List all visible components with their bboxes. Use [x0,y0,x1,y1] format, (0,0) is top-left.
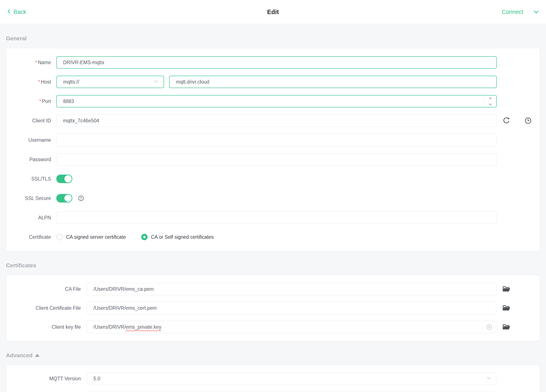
username-input[interactable] [56,134,497,146]
alpn-input[interactable] [56,212,497,224]
radio-ca-or-self-signed[interactable]: CA or Self signed certificates [141,234,214,240]
client-key-path-prefix: /Users/DRIVR/ [93,324,126,330]
topbar-divider [528,8,528,16]
client-cert-folder-icon[interactable] [502,304,510,312]
client-cert-file-row: Client Certificate File [6,302,540,314]
section-advanced-label: Advanced [6,352,32,359]
host-protocol-value: mqtts:// [63,79,79,85]
client-id-history-clock-icon[interactable] [524,117,532,124]
triangle-up-collapse-icon[interactable] [35,354,40,357]
host-input[interactable] [169,76,497,88]
page-title: Edit [267,8,279,16]
ssl-secure-row: SSL Secure [6,192,540,204]
clear-client-key-icon[interactable] [486,324,493,330]
client-key-filename: ems_private.key [126,324,161,330]
password-row: Password [6,153,540,166]
username-row: Username [6,134,540,146]
chevron-down-icon [153,78,159,85]
host-protocol-select[interactable]: mqtts:// [56,76,164,88]
client-key-file-label: Client key file [6,324,81,330]
ssl-secure-info-icon[interactable] [78,195,84,201]
ca-file-row: CA File [6,283,540,295]
back-button[interactable]: Back [6,8,26,16]
chevron-left-icon [6,8,12,16]
radio-selected-icon [141,234,148,240]
required-marker: * [35,60,37,65]
client-key-file-input[interactable]: /Users/DRIVR/ems_private.key [87,321,496,333]
section-certificates-label: Certificates [6,262,36,269]
client-cert-file-input[interactable] [87,302,496,314]
name-label: *Name [6,60,51,65]
host-row: *Host mqtts:// [6,76,540,88]
ssl-tls-toggle[interactable] [56,174,72,183]
port-label: *Port [6,98,51,104]
mqtt-version-value: 5.0 [93,376,100,382]
password-input[interactable] [56,153,497,166]
client-id-row: Client ID [6,115,540,127]
required-marker: * [39,98,41,104]
section-general: General [6,35,540,42]
name-row: *Name [6,56,540,69]
host-label: *Host [6,79,51,85]
certificates-card: CA File Client Certificate File [6,275,540,341]
client-cert-file-label: Client Certificate File [6,305,81,311]
port-input[interactable] [56,95,497,107]
radio-ca-signed-server-label: CA signed server certificate [66,234,126,240]
port-stepper [484,96,496,107]
connect-menu-chevron-down-icon[interactable] [533,8,540,15]
radio-ca-or-self-signed-label: CA or Self signed certificates [151,234,214,240]
password-label: Password [6,157,51,162]
ssl-tls-label: SSL/TLS [6,176,51,182]
stepper-down-icon[interactable] [484,102,496,107]
client-id-input[interactable] [56,115,497,127]
section-advanced[interactable]: Advanced [6,352,540,359]
client-key-folder-icon[interactable] [502,323,510,331]
connect-button[interactable]: Connect [502,9,523,15]
ca-file-label: CA File [6,286,81,292]
topbar: Back Edit Connect [0,0,546,24]
mqtt-version-select[interactable]: 5.0 [87,373,496,385]
port-row: *Port [6,95,540,107]
alpn-label: ALPN [6,215,51,221]
required-marker: * [38,79,40,85]
stepper-up-icon[interactable] [484,96,496,102]
name-input[interactable] [56,56,497,69]
radio-ca-signed-server[interactable]: CA signed server certificate [56,234,126,240]
back-label: Back [13,9,26,15]
edit-connection-form: General *Name *Host mqtts:// *Port [0,35,546,392]
general-card: *Name *Host mqtts:// *Port [6,48,540,251]
certificate-row: Certificate CA signed server certificate… [6,231,540,243]
client-key-file-row: Client key file /Users/DRIVR/ems_private… [6,321,540,333]
client-id-label: Client ID [6,118,51,124]
chevron-down-icon [486,375,491,382]
ssl-tls-row: SSL/TLS [6,173,540,185]
username-label: Username [6,137,51,143]
certificate-label: Certificate [6,234,51,240]
section-certificates: Certificates [6,262,540,269]
advanced-card: MQTT Version 5.0 [6,365,540,392]
alpn-row: ALPN [6,212,540,224]
radio-unselected-icon [56,234,63,240]
refresh-client-id-icon[interactable] [502,117,510,124]
ca-file-input[interactable] [87,283,496,295]
ca-file-folder-icon[interactable] [502,285,510,293]
mqtt-version-label: MQTT Version [6,376,81,382]
section-general-label: General [6,35,27,42]
ssl-secure-toggle[interactable] [56,194,72,203]
ssl-secure-label: SSL Secure [6,195,51,201]
mqtt-version-row: MQTT Version 5.0 [6,373,540,385]
